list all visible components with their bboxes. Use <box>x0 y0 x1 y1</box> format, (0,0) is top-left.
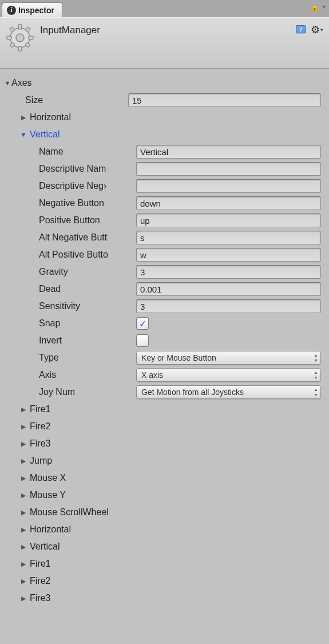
field-label: Invert <box>39 335 136 346</box>
axes-foldout[interactable]: ▼ Axes <box>3 74 326 92</box>
foldout-triangle-icon: ▼ <box>19 131 27 138</box>
pos-button-input[interactable]: up <box>136 214 321 227</box>
field-label: Descriptive Nam <box>39 164 136 174</box>
field-negative-button: Negative Button down <box>3 195 326 212</box>
axis-item[interactable]: ▶Mouse Y <box>3 487 326 504</box>
lock-icon[interactable]: 🔒 <box>310 2 319 11</box>
axis-item-label: Fire2 <box>30 421 50 432</box>
axis-item-vertical-expanded[interactable]: ▼ Vertical <box>3 126 326 143</box>
field-label: Name <box>39 147 136 157</box>
svg-rect-5 <box>29 37 33 39</box>
asset-gear-icon <box>6 23 34 52</box>
field-label: Alt Positive Butto <box>39 250 136 260</box>
foldout-triangle-icon: ▶ <box>19 423 27 430</box>
snap-checkbox[interactable]: ✓ <box>136 317 149 330</box>
field-label: Type <box>39 353 136 363</box>
desc-name-input[interactable] <box>136 162 321 176</box>
axis-item[interactable]: ▶Jump <box>3 452 326 469</box>
field-label: Axis <box>39 370 136 380</box>
field-alt-positive-button: Alt Positive Butto w <box>3 246 326 263</box>
foldout-triangle-icon: ▶ <box>19 560 27 568</box>
tab-inspector[interactable]: i Inspector <box>2 2 63 17</box>
axis-select[interactable]: X axis▴▾ <box>136 368 321 382</box>
joynum-select[interactable]: Get Motion from all Joysticks▴▾ <box>136 385 321 399</box>
field-label: Dead <box>39 284 136 294</box>
axis-item[interactable]: ▶Horizontal <box>3 109 326 126</box>
field-label: Gravity <box>39 267 136 277</box>
axis-item-label: Fire1 <box>30 404 50 414</box>
tab-controls: 🔒 ▾ <box>310 2 326 11</box>
axis-item[interactable]: ▶Fire1 <box>3 401 326 418</box>
axis-item-label: Horizontal <box>30 112 71 123</box>
axis-item-label: Fire3 <box>30 438 50 449</box>
field-label: Descriptive Neg› <box>39 181 136 191</box>
axis-item-label: Horizontal <box>30 524 71 535</box>
axis-item[interactable]: ▶Fire2 <box>3 418 326 435</box>
svg-rect-4 <box>7 37 11 39</box>
svg-rect-7 <box>25 42 30 47</box>
axis-item[interactable]: ▶Vertical <box>3 538 326 555</box>
settings-gear-icon[interactable]: ⚙▾ <box>311 23 323 36</box>
foldout-triangle-icon: ▶ <box>19 526 27 534</box>
field-axis: Axis X axis▴▾ <box>3 366 326 384</box>
axis-item[interactable]: ▶Fire2 <box>3 572 326 590</box>
field-type: Type Key or Mouse Button▴▾ <box>3 349 326 366</box>
axis-item-label: Mouse X <box>30 473 66 483</box>
axis-item[interactable]: ▶Mouse X <box>3 469 326 487</box>
help-icon[interactable]: ? <box>295 23 307 36</box>
field-joynum: Joy Num Get Motion from all Joysticks▴▾ <box>3 384 326 401</box>
axes-label: Axes <box>11 78 32 88</box>
axis-item-label: Mouse Y <box>30 490 66 500</box>
svg-rect-3 <box>19 46 22 51</box>
svg-rect-6 <box>10 27 14 31</box>
axis-item[interactable]: ▶Mouse ScrollWheel <box>3 504 326 521</box>
axis-item-label: Fire3 <box>30 593 50 603</box>
foldout-triangle-icon: ▶ <box>19 475 27 482</box>
inspector-content: ▼ Axes Size 15 ▶Horizontal ▼ Vertical Na… <box>0 69 329 618</box>
axis-item-label: Fire1 <box>30 559 50 569</box>
axis-item[interactable]: ▶Fire1 <box>3 555 326 572</box>
tab-menu-icon[interactable]: ▾ <box>323 4 326 10</box>
name-input[interactable]: Vertical <box>136 145 321 159</box>
svg-rect-2 <box>19 25 22 29</box>
foldout-triangle-icon: ▶ <box>19 457 27 465</box>
desc-neg-input[interactable] <box>136 179 321 193</box>
dead-input[interactable]: 0.001 <box>136 282 321 296</box>
svg-rect-9 <box>10 42 14 47</box>
axis-item-label: Mouse ScrollWheel <box>30 507 109 517</box>
axis-item[interactable]: ▶Fire3 <box>3 590 326 607</box>
axis-item-label: Fire2 <box>30 576 50 586</box>
axis-item-label: Jump <box>30 456 52 466</box>
size-row: Size 15 <box>3 92 326 109</box>
axis-item-label: Vertical <box>30 129 60 140</box>
svg-text:?: ? <box>299 26 302 33</box>
size-label: Size <box>25 95 128 105</box>
field-alt-negative-button: Alt Negative Butt s <box>3 229 326 246</box>
axis-item[interactable]: ▶Fire3 <box>3 435 326 452</box>
foldout-triangle-icon: ▶ <box>19 114 27 121</box>
invert-checkbox[interactable] <box>136 334 149 347</box>
foldout-triangle-icon: ▶ <box>19 492 27 499</box>
tab-title: Inspector <box>18 6 54 15</box>
field-positive-button: Positive Button up <box>3 212 326 229</box>
field-label: Snap <box>39 318 136 329</box>
svg-point-1 <box>16 34 24 42</box>
field-label: Joy Num <box>39 387 136 397</box>
sensitivity-input[interactable]: 3 <box>136 299 321 313</box>
field-label: Negative Button <box>39 198 136 208</box>
field-label: Sensitivity <box>39 301 136 311</box>
alt-neg-input[interactable]: s <box>136 231 321 244</box>
field-label: Alt Negative Butt <box>39 232 136 243</box>
asset-title: InputManager <box>40 23 100 36</box>
size-input[interactable]: 15 <box>128 93 321 107</box>
field-descriptive-name: Descriptive Nam <box>3 160 326 177</box>
field-snap: Snap ✓ <box>3 315 326 332</box>
neg-button-input[interactable]: down <box>136 196 321 210</box>
gravity-input[interactable]: 3 <box>136 265 321 279</box>
foldout-triangle-icon: ▼ <box>3 80 11 86</box>
tab-bar: i Inspector 🔒 ▾ <box>0 0 329 17</box>
alt-pos-input[interactable]: w <box>136 248 321 262</box>
foldout-triangle-icon: ▶ <box>19 595 27 602</box>
axis-item[interactable]: ▶Horizontal <box>3 521 326 538</box>
type-select[interactable]: Key or Mouse Button▴▾ <box>136 351 321 365</box>
